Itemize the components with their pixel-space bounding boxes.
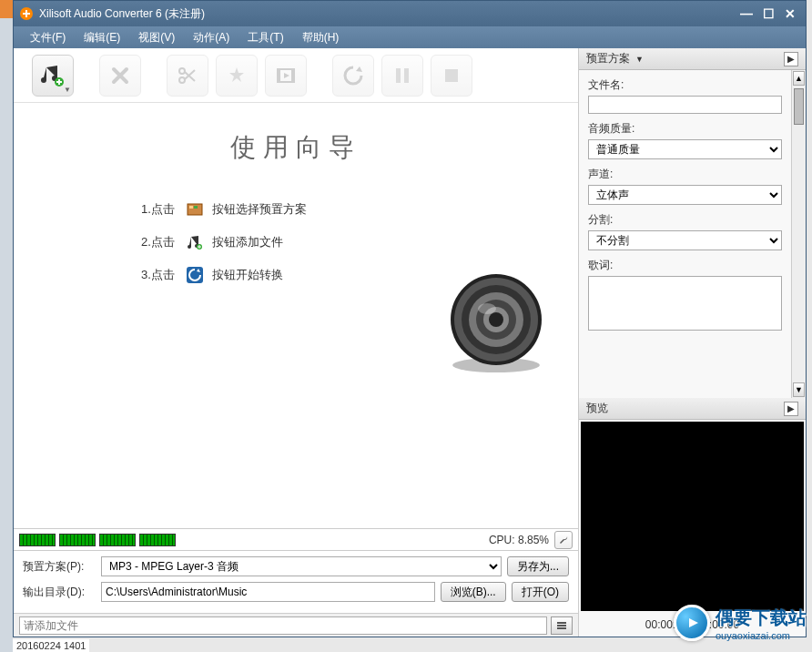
convert-icon (341, 64, 365, 87)
delete-button (99, 55, 141, 97)
channel-label: 声道: (588, 167, 782, 182)
scroll-thumb[interactable] (794, 88, 804, 125)
presets-panel-header: 预置方案 ▼ ▶ (579, 48, 806, 70)
add-file-button[interactable]: ▼ (32, 55, 74, 97)
output-path-input[interactable] (101, 582, 435, 602)
left-edge-strip (0, 0, 13, 652)
effects-button (216, 55, 258, 97)
film-icon (275, 65, 297, 87)
svg-rect-8 (404, 68, 409, 83)
svg-rect-11 (189, 206, 193, 209)
svg-rect-26 (557, 627, 566, 629)
scroll-up-button[interactable]: ▲ (793, 71, 805, 86)
split-select[interactable]: 不分割 (588, 230, 782, 250)
channel-select[interactable]: 立体声 (588, 185, 782, 205)
svg-rect-25 (557, 625, 566, 627)
right-panel: 预置方案 ▼ ▶ 文件名: 音频质量: 普通质量 (578, 48, 806, 637)
svg-rect-12 (194, 206, 198, 209)
cpu-bar: CPU: 8.85% (14, 528, 578, 550)
pause-icon (393, 66, 411, 85)
toolbar: ▼ (14, 48, 578, 103)
star-icon (226, 65, 248, 87)
list-icon (556, 620, 567, 631)
svg-rect-6 (291, 69, 294, 82)
wrench-icon (557, 534, 570, 546)
menu-action[interactable]: 动作(A) (184, 30, 239, 46)
music-add-icon (41, 64, 65, 87)
minimize-button[interactable]: — (736, 5, 756, 22)
properties-scrollbar[interactable]: ▲ ▼ (791, 70, 806, 398)
quality-select[interactable]: 普通质量 (588, 139, 782, 159)
convert-button (332, 55, 374, 97)
speaker-image (442, 265, 551, 374)
svg-rect-7 (396, 68, 401, 83)
preset-label: 预置方案(P): (23, 559, 96, 575)
quality-label: 音频质量: (588, 121, 782, 137)
menubar: 文件(F) 编辑(E) 视图(V) 动作(A) 工具(T) 帮助(H) (14, 26, 806, 48)
svg-rect-9 (445, 69, 458, 82)
filename-input[interactable] (588, 96, 782, 114)
titlebar: Xilisoft Audio Converter 6 (未注册) — ☐ ✕ (14, 1, 806, 26)
cpu-activity-graph (19, 534, 176, 546)
open-button[interactable]: 打开(O) (512, 582, 569, 602)
split-label: 分割: (588, 212, 782, 228)
menu-view[interactable]: 视图(V) (129, 30, 184, 46)
properties-panel: 文件名: 音频质量: 普通质量 声道: 立体声 分割: (579, 70, 791, 348)
add-file-bar (14, 613, 578, 637)
wizard-step-1: 1.点击 按钮选择预置方案 (141, 201, 578, 218)
clip-button (265, 55, 307, 97)
filename-label: 文件名: (588, 77, 782, 93)
lyrics-textarea[interactable] (588, 276, 782, 331)
scroll-down-button[interactable]: ▼ (793, 382, 805, 397)
cut-button (167, 55, 208, 97)
output-label: 输出目录(D): (23, 585, 96, 600)
preview-panel-header: 预览 ▶ (579, 398, 806, 420)
svg-point-3 (179, 77, 185, 83)
app-window: Xilisoft Audio Converter 6 (未注册) — ☐ ✕ 文… (13, 0, 807, 637)
cpu-settings-button[interactable] (554, 531, 573, 549)
watermark: 偶要下载站 ouyaoxiazai.com (674, 605, 807, 641)
left-panel: ▼ (14, 48, 578, 637)
presets-expand-button[interactable]: ▶ (784, 52, 798, 66)
browse-button[interactable]: 浏览(B)... (441, 582, 506, 602)
lyrics-label: 歌词: (588, 258, 782, 273)
convert-step-icon (187, 267, 203, 283)
screenshot-timestamp: 20160224 1401 (13, 639, 89, 652)
menu-edit[interactable]: 编辑(E) (75, 30, 129, 46)
preset-select[interactable]: MP3 - MPEG Layer-3 音频 (101, 556, 502, 576)
svg-point-2 (179, 68, 185, 74)
scissors-icon (177, 65, 198, 87)
app-logo-icon (19, 6, 34, 21)
save-as-button[interactable]: 另存为... (507, 556, 569, 576)
preview-panel: 预览 ▶ 00:00:00 / 00:00:00 (579, 398, 806, 637)
pause-button (381, 55, 423, 97)
preview-video-area (581, 422, 804, 611)
preview-expand-button[interactable]: ▶ (784, 402, 798, 416)
watermark-logo-icon (674, 605, 710, 641)
svg-rect-24 (557, 622, 566, 624)
window-title: Xilisoft Audio Converter 6 (未注册) (39, 6, 736, 22)
stop-icon (442, 66, 461, 85)
wizard-step-2: 2.点击 按钮添加文件 (141, 234, 578, 250)
menu-help[interactable]: 帮助(H) (293, 30, 349, 46)
menu-tools[interactable]: 工具(T) (239, 30, 292, 46)
svg-point-23 (478, 303, 496, 314)
delete-icon (109, 65, 131, 87)
svg-point-22 (489, 312, 503, 327)
cpu-label: CPU: 8.85% (489, 534, 549, 546)
maximize-button[interactable]: ☐ (758, 5, 778, 22)
svg-rect-5 (278, 69, 280, 82)
add-step-icon (187, 234, 203, 250)
add-file-go-button[interactable] (551, 616, 573, 635)
close-button[interactable]: ✕ (780, 5, 800, 22)
preset-step-icon (187, 201, 203, 218)
add-file-input[interactable] (19, 616, 547, 635)
wizard-area: 使用向导 1.点击 按钮选择预置方案 2.点击 按钮添加文件 3.点击 (14, 103, 578, 528)
wizard-title: 使用向导 (14, 130, 578, 165)
bottom-panel: 预置方案(P): MP3 - MPEG Layer-3 音频 另存为... 输出… (14, 550, 578, 613)
menu-file[interactable]: 文件(F) (21, 30, 75, 46)
stop-button (431, 55, 472, 97)
svg-rect-10 (188, 204, 202, 215)
